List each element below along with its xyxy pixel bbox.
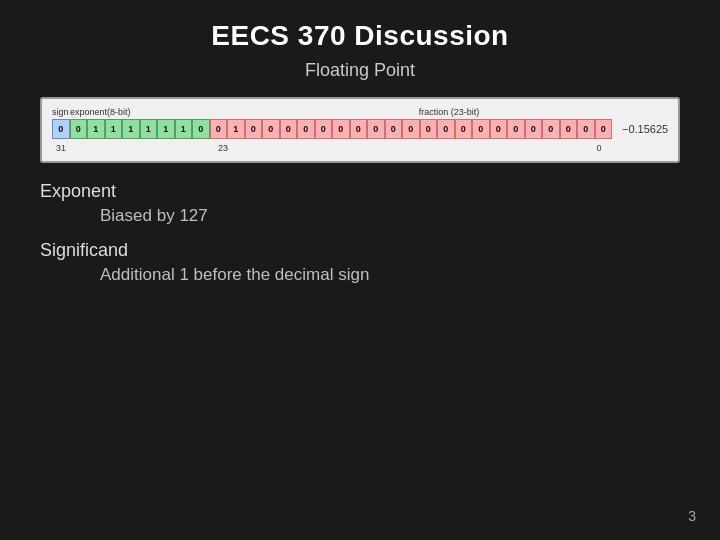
label-exponent: exponent(8-bit)	[70, 107, 230, 117]
diagram-labels-top: sign exponent(8-bit) fraction (23-bit)	[52, 107, 668, 117]
fp-diagram: sign exponent(8-bit) fraction (23-bit) 0…	[40, 97, 680, 163]
label-sign: sign	[52, 107, 70, 117]
bit-frac: 0	[472, 119, 490, 139]
label-fraction: fraction (23-bit)	[230, 107, 668, 117]
bit-frac: 0	[367, 119, 385, 139]
bit-frac: 0	[280, 119, 298, 139]
bit-frac: 0	[402, 119, 420, 139]
subtitle: Floating Point	[40, 60, 680, 81]
bit-frac: 0	[262, 119, 280, 139]
bit-frac: 0	[420, 119, 438, 139]
bit-frac: 0	[245, 119, 263, 139]
bit-frac: 0	[490, 119, 508, 139]
bit-exp: 0	[192, 119, 210, 139]
bit-frac: 0	[385, 119, 403, 139]
bit-exp: 0	[70, 119, 88, 139]
bit-frac: 0	[210, 119, 228, 139]
bit-exp: 1	[175, 119, 193, 139]
bit-frac: 0	[297, 119, 315, 139]
bit-frac: 0	[542, 119, 560, 139]
bit-frac: 0	[315, 119, 333, 139]
bit-indices: 31 23 0	[52, 143, 668, 153]
bit-exp: 1	[87, 119, 105, 139]
bits-row: 00111111001000000000000000000000−0.15625	[52, 119, 668, 139]
bit-exp: 1	[157, 119, 175, 139]
idx-23: 23	[214, 143, 232, 153]
idx-0: 0	[590, 143, 608, 153]
bit-sign: 0	[52, 119, 70, 139]
slide-number: 3	[688, 508, 696, 524]
idx-31: 31	[52, 143, 70, 153]
bit-exp: 1	[122, 119, 140, 139]
bit-frac: 1	[227, 119, 245, 139]
bit-exp: 1	[140, 119, 158, 139]
exponent-detail: Biased by 127	[40, 206, 208, 226]
bit-frac: 0	[595, 119, 613, 139]
exponent-title: Exponent	[40, 181, 208, 202]
significand-section: Significand Additional 1 before the deci…	[40, 240, 369, 285]
bit-frac: 0	[577, 119, 595, 139]
result-value: −0.15625	[622, 123, 668, 135]
slide-container: EECS 370 Discussion Floating Point sign …	[0, 0, 720, 540]
exponent-section: Exponent Biased by 127	[40, 181, 208, 226]
bit-frac: 0	[525, 119, 543, 139]
bit-frac: 0	[560, 119, 578, 139]
bit-exp: 1	[105, 119, 123, 139]
main-title: EECS 370 Discussion	[40, 20, 680, 52]
bit-frac: 0	[437, 119, 455, 139]
significand-title: Significand	[40, 240, 369, 261]
bit-frac: 0	[350, 119, 368, 139]
bit-frac: 0	[332, 119, 350, 139]
bit-frac: 0	[507, 119, 525, 139]
bit-frac: 0	[455, 119, 473, 139]
significand-detail: Additional 1 before the decimal sign	[40, 265, 369, 285]
